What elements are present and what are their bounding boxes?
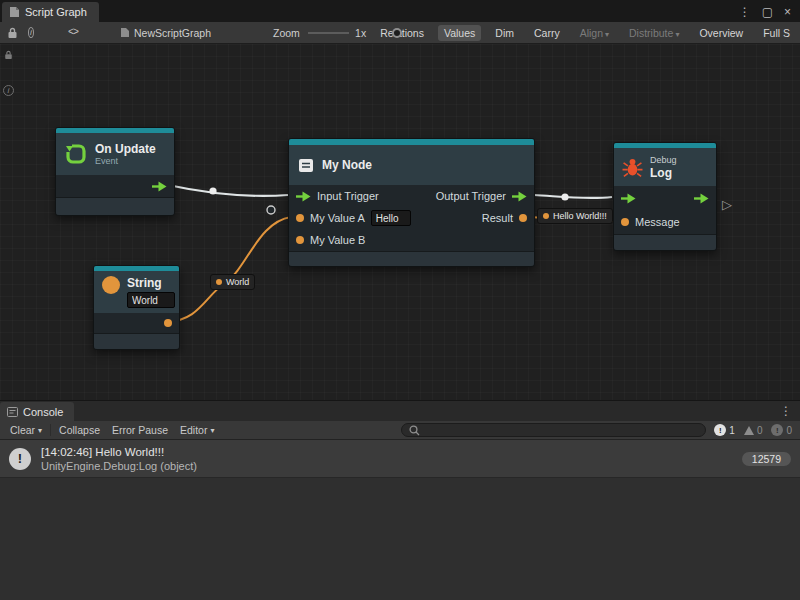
error-counter-toggle[interactable]: ! 0: [771, 424, 792, 436]
window-close-icon[interactable]: ×: [784, 5, 791, 19]
node-on-update[interactable]: On Update Event: [55, 127, 175, 216]
warning-icon: [744, 426, 754, 435]
bug-icon: [622, 157, 643, 178]
editor-dropdown[interactable]: Editor ▾: [174, 423, 220, 438]
warning-counter-toggle[interactable]: 0: [744, 425, 763, 436]
info-icon: !: [714, 424, 726, 436]
message-port[interactable]: [621, 218, 629, 226]
node-header[interactable]: String: [94, 271, 179, 313]
node-header[interactable]: Debug Log: [614, 148, 716, 186]
unconnected-port-indicator: [267, 206, 275, 214]
node-footer: [614, 234, 716, 250]
my-value-a-input[interactable]: [371, 210, 411, 226]
node-title: Log: [650, 166, 677, 180]
log-entry[interactable]: ! [14:02:46] Hello World!!! UnityEngine.…: [0, 440, 800, 478]
connection-string-to-myvaluea[interactable]: [167, 217, 291, 322]
lock-icon[interactable]: [7, 27, 18, 39]
on-update-event-icon: [64, 142, 88, 166]
flow-output-port[interactable]: [152, 181, 167, 192]
graph-toolbar: i <> NewScriptGraph Zoom 1x Relations Va…: [0, 22, 800, 44]
wire-value-text: Hello World!!!: [553, 211, 607, 221]
string-type-icon: [102, 276, 120, 294]
connection-mynode-to-debuglog[interactable]: [534, 195, 612, 198]
port-label: Output Trigger: [436, 190, 506, 202]
input-trigger-port[interactable]: [296, 191, 311, 202]
graph-asset-icon: [120, 27, 130, 38]
port-label: My Value A: [310, 212, 365, 224]
connection-dot: [209, 187, 216, 194]
chevron-down-icon: ▾: [675, 30, 679, 39]
string-value-input[interactable]: [127, 292, 175, 308]
graph-canvas[interactable]: i On Update Event: [0, 44, 800, 400]
window-menu-icon[interactable]: ⋮: [739, 5, 751, 19]
error-pause-button[interactable]: Error Pause: [106, 423, 174, 438]
graph-name: NewScriptGraph: [120, 27, 211, 39]
flow-input-port[interactable]: [621, 193, 636, 204]
flow-output-port[interactable]: [694, 193, 709, 204]
info-log-icon: !: [9, 448, 31, 470]
zoom-slider-track[interactable]: [308, 32, 349, 34]
script-graph-window: Script Graph ⋮ ▢ × i <> NewScriptGraph Z…: [0, 0, 800, 600]
tab-title: Script Graph: [25, 6, 87, 18]
distribute-dropdown[interactable]: Distribute▾: [623, 25, 685, 41]
node-my-node[interactable]: My Node Input Trigger Output Trigger My …: [288, 138, 535, 267]
log-count-badge: 12579: [742, 452, 791, 466]
play-outline-icon: ▷: [722, 197, 732, 212]
values-button[interactable]: Values: [438, 25, 481, 41]
search-input[interactable]: [424, 425, 698, 436]
clear-button[interactable]: Clear ▾: [4, 423, 48, 438]
info-counter-toggle[interactable]: ! 1: [714, 424, 735, 436]
carry-button[interactable]: Carry: [528, 25, 566, 41]
wire-value-chip-hello-world: Hello World!!!: [537, 208, 613, 224]
node-footer: [289, 251, 534, 266]
canvas-lock-icon[interactable]: [2, 48, 15, 61]
console-log-area[interactable]: ! [14:02:46] Hello World!!! UnityEngine.…: [0, 440, 800, 600]
window-maximize-icon[interactable]: ▢: [762, 5, 773, 19]
collapse-button[interactable]: Collapse: [53, 423, 106, 438]
edit-script-icon[interactable]: <>: [68, 27, 78, 38]
warning-count: 0: [757, 425, 763, 436]
separator: [50, 424, 51, 436]
console-menu-icon[interactable]: ⋮: [780, 404, 800, 421]
node-title: My Node: [322, 158, 372, 172]
port-label: Input Trigger: [317, 190, 379, 202]
align-dropdown[interactable]: Align▾: [574, 25, 615, 41]
node-header[interactable]: My Node: [289, 145, 534, 185]
console-search[interactable]: [401, 423, 706, 437]
node-header[interactable]: On Update Event: [56, 133, 174, 175]
node-string-literal[interactable]: String: [93, 265, 180, 350]
connection-dot: [561, 193, 568, 200]
tab-script-graph[interactable]: Script Graph: [2, 2, 99, 22]
value-dot-icon: [543, 213, 549, 219]
canvas-info-icon[interactable]: i: [2, 84, 15, 97]
overview-button[interactable]: Overview: [693, 25, 749, 41]
my-value-a-port[interactable]: [296, 214, 304, 222]
wire-value-chip-world: World: [210, 274, 255, 290]
console-panel: Console ⋮ Clear ▾ Collapse Error Pause E…: [0, 400, 800, 600]
value-output-port[interactable]: [164, 319, 172, 327]
zoom-value: 1x: [355, 27, 366, 39]
my-value-b-port[interactable]: [296, 236, 304, 244]
zoom-slider[interactable]: [308, 27, 349, 39]
info-icon[interactable]: i: [28, 27, 34, 38]
tab-console[interactable]: Console: [0, 402, 74, 421]
node-footer: [94, 333, 179, 349]
script-graph-tab-icon: [9, 6, 20, 18]
error-icon: !: [771, 424, 783, 436]
log-counters: ! 1 0 ! 0: [714, 424, 796, 436]
relations-button[interactable]: Relations: [374, 25, 430, 41]
full-screen-button[interactable]: Full S: [757, 25, 796, 41]
log-stacktrace: UnityEngine.Debug:Log (object): [41, 459, 197, 473]
node-subtitle: Event: [95, 156, 156, 167]
connection-onupdate-to-mynode[interactable]: [168, 185, 288, 196]
result-port[interactable]: [519, 214, 527, 222]
chevron-down-icon: ▾: [210, 426, 214, 435]
console-tab-label: Console: [23, 406, 63, 418]
node-debug-log[interactable]: Debug Log Message: [613, 142, 717, 251]
zoom-slider-handle[interactable]: [392, 28, 402, 38]
console-tab-icon: [7, 407, 18, 417]
port-label: Message: [635, 216, 680, 228]
dim-button[interactable]: Dim: [489, 25, 520, 41]
output-trigger-port[interactable]: [512, 191, 527, 202]
zoom-label: Zoom: [273, 27, 300, 39]
